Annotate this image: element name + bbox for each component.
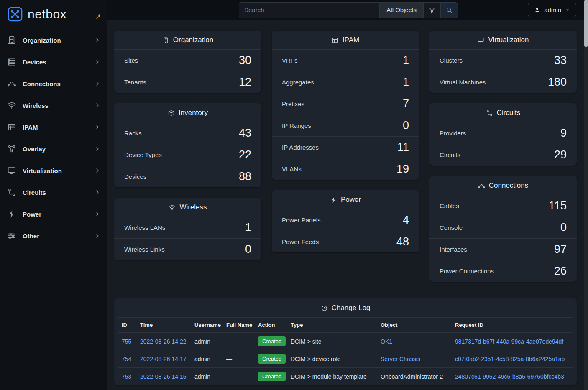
filter-button[interactable] xyxy=(424,2,441,18)
stat-value: 88 xyxy=(239,170,251,183)
changelog-time-link[interactable]: 2022-08-26 14:15 xyxy=(140,373,187,380)
table-row: 755 2022-08-26 14:22 admin — Created DCI… xyxy=(118,333,573,350)
stat-row-virtual-machines[interactable]: Virtual Machines 180 xyxy=(429,71,577,93)
changelog-type: DCIM > site xyxy=(286,333,376,350)
user-menu-button[interactable]: admin xyxy=(528,3,576,17)
stat-value: 33 xyxy=(554,54,567,67)
changelog-time-link[interactable]: 2022-08-26 14:17 xyxy=(140,356,187,362)
card-title-text: Power xyxy=(341,196,361,204)
stat-row-racks[interactable]: Racks 43 xyxy=(114,122,261,144)
card-header: Wireless xyxy=(114,198,261,217)
search-input[interactable] xyxy=(239,2,380,18)
card-header: Power xyxy=(272,190,419,209)
stat-row-ip-addresses[interactable]: IP Addresses 11 xyxy=(272,136,419,158)
changelog-id-link[interactable]: 754 xyxy=(122,356,131,362)
table-row: 754 2022-08-26 14:17 admin — Created DCI… xyxy=(118,350,573,368)
changelog-object-link[interactable]: OK1 xyxy=(381,338,392,345)
stat-row-circuits[interactable]: Circuits 29 xyxy=(429,144,577,166)
sidebar-item-connections[interactable]: Connections xyxy=(0,73,107,94)
funnel-icon xyxy=(428,6,436,14)
stat-row-ip-ranges[interactable]: IP Ranges 0 xyxy=(272,115,419,136)
sidebar-nav: Organization Devices Connections Wireles… xyxy=(0,29,107,247)
stat-row-aggregates[interactable]: Aggregates 1 xyxy=(272,71,419,93)
wifi-icon xyxy=(7,101,17,110)
sidebar-item-organization[interactable]: Organization xyxy=(0,29,107,51)
stat-row-wireless-links[interactable]: Wireless Links 0 xyxy=(114,238,261,260)
stat-value: 0 xyxy=(245,243,251,256)
stat-label: Racks xyxy=(124,130,142,137)
stat-label: Cables xyxy=(440,202,459,209)
chevron-right-icon xyxy=(94,232,101,239)
sidebar-item-devices[interactable]: Devices xyxy=(0,51,107,73)
stat-label: Sites xyxy=(124,57,138,64)
card-header: Connections xyxy=(429,176,577,195)
stat-row-vrfs[interactable]: VRFs 1 xyxy=(272,49,419,71)
changelog-request-id-link[interactable]: 9817317d-b67f-440a-99ca-4ae07ede94df xyxy=(455,338,563,345)
stat-row-prefixes[interactable]: Prefixes 7 xyxy=(272,93,419,115)
app-window: netbox Organization Devices Connections xyxy=(0,0,588,390)
column-header-id: ID xyxy=(118,318,136,333)
object-type-dropdown[interactable]: All Objects xyxy=(380,2,424,18)
column-header-action: Action xyxy=(254,318,286,333)
bolt-icon xyxy=(7,209,17,219)
chevron-right-icon xyxy=(94,102,101,109)
stat-row-providers[interactable]: Providers 9 xyxy=(429,122,577,144)
dashboard-column-3: Virtualization Clusters 33 Virtual Machi… xyxy=(429,31,577,282)
action-badge: Created xyxy=(258,354,286,364)
brand-name[interactable]: netbox xyxy=(28,7,66,21)
stat-row-sites[interactable]: Sites 30 xyxy=(114,49,261,71)
stat-label: Power Feeds xyxy=(282,238,319,245)
brand: netbox xyxy=(0,3,107,29)
sidebar-item-virtualization[interactable]: Virtualization xyxy=(0,160,107,181)
sidebar-item-wireless[interactable]: Wireless xyxy=(0,94,107,116)
sidebar-item-power[interactable]: Power xyxy=(0,203,107,225)
sidebar-item-circuits[interactable]: Circuits xyxy=(0,181,107,203)
stat-label: Clusters xyxy=(440,57,463,64)
changelog-time-link[interactable]: 2022-08-26 14:22 xyxy=(140,338,187,345)
cable-icon xyxy=(478,182,485,189)
stat-row-tenants[interactable]: Tenants 12 xyxy=(114,71,261,93)
card-wireless: Wireless Wireless LANs 1 Wireless Links … xyxy=(114,198,261,260)
scrollbar-track[interactable] xyxy=(584,0,588,390)
stat-value: 19 xyxy=(396,163,409,176)
changelog-request-id-link[interactable]: c07f0ab2-2351-4c58-825a-8b6a2425a1ab xyxy=(455,356,565,362)
search-submit-button[interactable] xyxy=(441,2,458,18)
stat-row-clusters[interactable]: Clusters 33 xyxy=(429,49,577,71)
sidebar-item-ipam[interactable]: IPAM xyxy=(0,116,107,138)
stat-row-console[interactable]: Console 0 xyxy=(429,217,577,238)
stat-row-cables[interactable]: Cables 115 xyxy=(429,195,577,217)
sidebar-item-label: Virtualization xyxy=(23,167,88,174)
stat-row-device-types[interactable]: Device Types 22 xyxy=(114,144,261,166)
stat-label: Providers xyxy=(440,130,466,137)
stat-row-power-feeds[interactable]: Power Feeds 48 xyxy=(272,231,419,252)
scrollbar-thumb[interactable] xyxy=(584,0,588,47)
sidebar-item-label: Devices xyxy=(23,59,88,66)
changelog-object: OnboardAdministrator-2 xyxy=(376,368,451,385)
topbar: All Objects admin xyxy=(107,0,588,20)
changelog-username: admin xyxy=(190,350,222,368)
stat-row-interfaces[interactable]: Interfaces 97 xyxy=(429,238,577,260)
card-power: Power Power Panels 4 Power Feeds 48 xyxy=(272,190,419,252)
chevron-right-icon xyxy=(94,167,101,174)
card-header: Virtualization xyxy=(429,31,577,49)
stat-row-power-connections[interactable]: Power Connections 26 xyxy=(429,260,577,282)
stat-row-vlans[interactable]: VLANs 19 xyxy=(272,158,419,180)
devices-icon xyxy=(7,57,17,66)
stat-row-power-panels[interactable]: Power Panels 4 xyxy=(272,209,419,231)
sidebar-item-overlay[interactable]: Overlay xyxy=(0,138,107,160)
changelog-id-link[interactable]: 753 xyxy=(122,373,131,380)
pin-icon xyxy=(94,13,102,20)
card-title-text: Organization xyxy=(173,36,213,44)
pin-sidebar-button[interactable] xyxy=(94,13,102,21)
stat-row-wireless-lans[interactable]: Wireless LANs 1 xyxy=(114,217,261,238)
card-header: Change Log xyxy=(114,298,577,317)
netbox-logo-icon[interactable] xyxy=(7,6,23,23)
sidebar-item-other[interactable]: Other xyxy=(0,225,107,247)
changelog-request-id-link[interactable]: 24807c61-9952-49c6-b8a5-69760bfcc4b3 xyxy=(455,373,564,380)
stat-row-devices[interactable]: Devices 88 xyxy=(114,166,261,187)
changelog-object-link[interactable]: Server Chassis xyxy=(381,356,420,362)
stat-label: Tenants xyxy=(124,79,146,86)
stat-label: Aggregates xyxy=(282,79,314,86)
changelog-id-link[interactable]: 755 xyxy=(122,338,131,345)
building-icon xyxy=(7,36,17,45)
